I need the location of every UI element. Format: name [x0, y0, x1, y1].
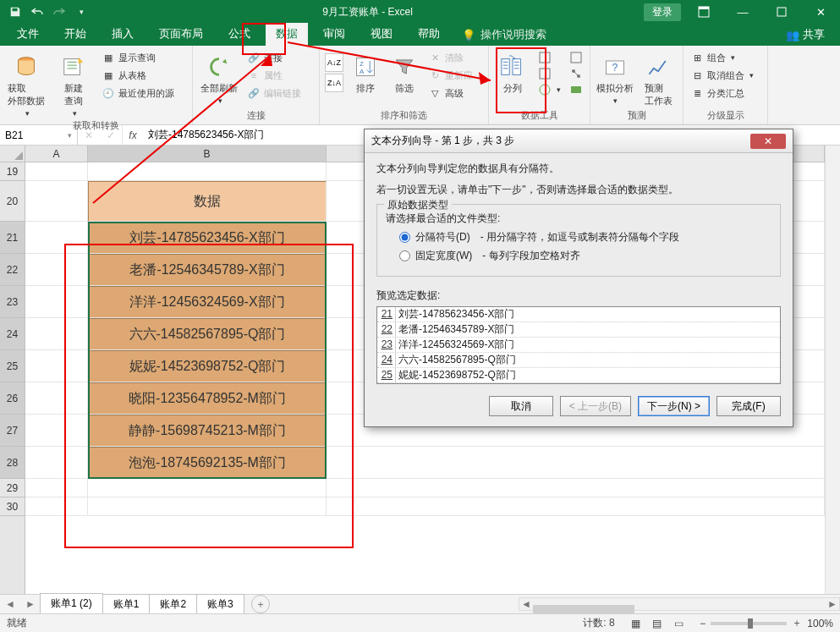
tab-formulas[interactable]: 公式 [218, 23, 261, 46]
zoom-level[interactable]: 100% [807, 618, 833, 629]
row-25[interactable]: 25 [0, 350, 25, 382]
radio-fixed-input[interactable] [399, 250, 410, 261]
select-all-triangle[interactable] [0, 146, 25, 162]
row-19[interactable]: 19 [0, 162, 25, 181]
get-external-data-button[interactable]: 获取 外部数据▾ [5, 50, 47, 118]
relationships-button[interactable] [568, 66, 585, 81]
row-30[interactable]: 30 [0, 497, 25, 516]
cell-B26[interactable]: 晓阳-12356478952-M部门 [88, 382, 327, 415]
consolidate-button[interactable] [568, 50, 585, 65]
tab-pagelayout[interactable]: 页面布局 [149, 23, 213, 46]
share-button[interactable]: 👥 共享 [779, 24, 832, 46]
whatif-button[interactable]: ? 模拟分析▾ [596, 50, 634, 105]
vertical-scrollbar[interactable] [825, 146, 840, 594]
preview-label: 预览选定数据: [376, 289, 781, 303]
col-A[interactable]: A [25, 146, 88, 162]
row-27[interactable]: 27 [0, 415, 25, 447]
row-22[interactable]: 22 [0, 254, 25, 286]
radio-fixed-width[interactable]: 固定宽度(W) - 每列字段加空格对齐 [399, 249, 771, 263]
advanced-filter-button[interactable]: ▽高级 [426, 85, 475, 101]
undo-icon[interactable] [27, 3, 47, 21]
cell-B25[interactable]: 妮妮-14523698752-Q部门 [88, 350, 327, 382]
row-28[interactable]: 28 [0, 447, 25, 479]
radio-delimited-input[interactable] [399, 232, 410, 243]
horizontal-scrollbar[interactable]: ◄ ► [519, 597, 840, 611]
forecast-sheet-button[interactable]: 预测 工作表 [640, 50, 678, 107]
dialog-titlebar[interactable]: 文本分列向导 - 第 1 步，共 3 步 ✕ [365, 129, 793, 153]
normal-view-icon[interactable]: ▦ [627, 618, 645, 629]
cell-B24[interactable]: 六六-14582567895-Q部门 [88, 318, 327, 350]
zoom-control[interactable]: − ＋ 100% [700, 616, 833, 630]
dialog-close-button[interactable]: ✕ [750, 134, 786, 149]
recent-sources-button[interactable]: 🕘最近使用的源 [100, 85, 176, 101]
from-table-button[interactable]: ▦从表格 [100, 68, 176, 83]
page-break-icon[interactable]: ▭ [669, 618, 688, 629]
page-layout-icon[interactable]: ▤ [648, 618, 667, 629]
row-29[interactable]: 29 [0, 479, 25, 497]
sheet-tab-3[interactable]: 账单3 [196, 594, 244, 614]
row-21[interactable]: 21 [0, 222, 25, 254]
sort-asc-button[interactable]: A↓Z [325, 53, 343, 72]
tell-me-search[interactable]: 💡 操作说明搜索 [455, 24, 553, 46]
row-24[interactable]: 24 [0, 318, 25, 350]
dialog-cancel-button[interactable]: 取消 [489, 396, 553, 416]
sheet-tab-0[interactable]: 账单1 (2) [40, 593, 103, 615]
cell-B27[interactable]: 静静-15698745213-M部门 [88, 415, 327, 447]
tab-view[interactable]: 视图 [360, 23, 403, 46]
group-rows-button[interactable]: ⊞组合▾ [689, 50, 755, 65]
redo-icon[interactable] [49, 3, 69, 21]
preview-box[interactable]: 21刘芸-14785623456-X部门 22老潘-12546345789-X部… [376, 306, 781, 384]
sheet-nav-next[interactable]: ► [20, 598, 41, 610]
dialog-next-button[interactable]: 下一步(N) > [638, 396, 710, 416]
show-queries-button[interactable]: ▦显示查询 [100, 50, 176, 65]
maximize-icon[interactable] [762, 0, 801, 24]
cell-B28[interactable]: 泡泡-18745692135-M部门 [88, 447, 327, 479]
cell-B23[interactable]: 洋洋-12456324569-X部门 [88, 286, 327, 318]
data-validation-button[interactable]: ▾ [536, 82, 563, 97]
row-26[interactable]: 26 [0, 382, 25, 415]
hscroll-right[interactable]: ► [826, 598, 839, 610]
connections-button[interactable]: 🔗连接 [245, 50, 303, 65]
minimize-icon[interactable]: — [723, 0, 762, 24]
sort-button[interactable]: ZA 排序 [349, 50, 382, 95]
tab-review[interactable]: 审阅 [313, 23, 355, 46]
tab-insert[interactable]: 插入 [102, 23, 144, 46]
refresh-all-button[interactable]: 全部刷新▾ [198, 50, 240, 105]
row-20[interactable]: 20 [0, 181, 25, 222]
sheet-tab-2[interactable]: 账单2 [149, 594, 197, 614]
col-B[interactable]: B [88, 146, 327, 162]
dialog-finish-button[interactable]: 完成(F) [716, 396, 781, 416]
tab-file[interactable]: 文件 [7, 23, 49, 46]
close-icon[interactable]: ✕ [801, 0, 840, 24]
zoom-out-icon[interactable]: − [700, 618, 705, 629]
ribbon-options-icon[interactable] [684, 0, 723, 24]
ungroup-button[interactable]: ⊟取消组合▾ [689, 68, 755, 83]
row-23[interactable]: 23 [0, 286, 25, 318]
new-sheet-button[interactable]: ＋ [251, 595, 270, 613]
tab-home[interactable]: 开始 [54, 23, 96, 46]
sheet-nav-prev[interactable]: ◄ [0, 598, 20, 610]
zoom-in-icon[interactable]: ＋ [792, 616, 802, 630]
sort-desc-button[interactable]: Z↓A [325, 74, 343, 92]
subtotal-button[interactable]: ≣分类汇总 [689, 85, 755, 101]
manage-data-model-button[interactable] [568, 82, 585, 97]
cell-B21[interactable]: 刘芸-14785623456-X部门 [88, 222, 327, 254]
filter-button[interactable]: 筛选 [387, 50, 421, 95]
sheet-tab-1[interactable]: 账单1 [102, 594, 151, 614]
view-buttons[interactable]: ▦ ▤ ▭ [627, 618, 689, 629]
flash-fill-button[interactable] [536, 50, 563, 65]
radio-delimited[interactable]: 分隔符号(D) - 用分隔字符，如逗号或制表符分隔每个字段 [399, 230, 771, 245]
cell-B20[interactable]: 数据 [88, 181, 327, 222]
save-icon[interactable] [5, 3, 25, 21]
subtotal-icon: ≣ [690, 86, 704, 100]
new-query-button[interactable]: 新建 查询▾ [52, 50, 95, 118]
zoom-slider[interactable] [711, 622, 787, 625]
hscroll-left[interactable]: ◄ [519, 598, 533, 610]
tab-help[interactable]: 帮助 [408, 23, 450, 46]
tab-data[interactable]: 数据 [266, 23, 308, 46]
text-to-columns-button[interactable]: 分列 [494, 50, 531, 95]
login-button[interactable]: 登录 [644, 3, 681, 21]
qat-customize-icon[interactable]: ▾ [71, 3, 91, 21]
remove-duplicates-button[interactable] [536, 66, 563, 81]
cell-B22[interactable]: 老潘-12546345789-X部门 [88, 254, 327, 286]
